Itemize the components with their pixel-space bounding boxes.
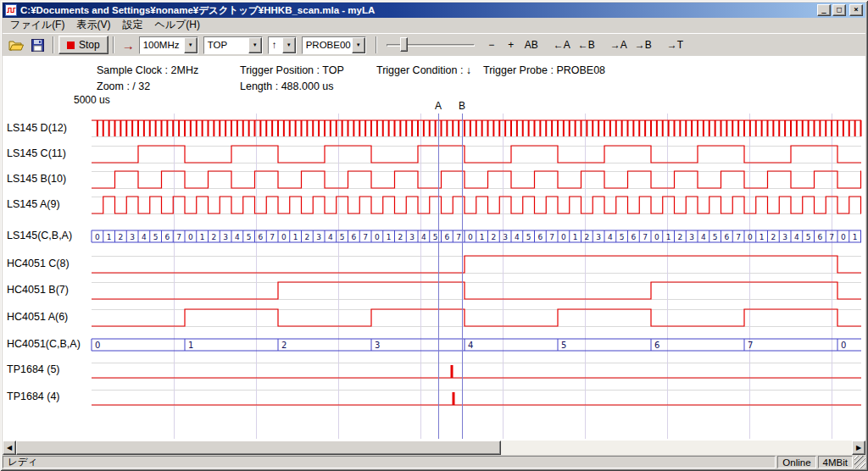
channel-label: HC4051 B(7)	[7, 284, 69, 296]
app-icon	[5, 4, 17, 16]
channel-label: LS145 A(9)	[7, 198, 60, 210]
menu-file[interactable]: ファイル(F)	[4, 16, 70, 35]
save-floppy-icon	[31, 39, 44, 52]
channel-label: LS145 B(10)	[7, 173, 66, 185]
zoom-info: Zoom : / 32	[97, 80, 150, 92]
channel-label: LS145 C(11)	[7, 147, 66, 159]
length-info: Length : 488.000 us	[240, 80, 334, 92]
marker-a-label: A	[431, 100, 445, 112]
trigger-condition-info: Trigger Condition : ↓	[376, 64, 471, 76]
trigger-position-select[interactable]: TOP ▼	[203, 36, 263, 54]
toolbar-separator	[376, 36, 377, 53]
trigger-probe-info: Trigger Probe : PROBE08	[483, 64, 605, 76]
save-file-button[interactable]	[28, 36, 47, 54]
resize-grip[interactable]	[854, 456, 865, 468]
menu-settings[interactable]: 設定	[116, 16, 148, 35]
goto-trigger-button[interactable]: →T	[664, 36, 687, 54]
marker-b-label: B	[455, 100, 469, 112]
set-marker-a-button[interactable]: →A	[607, 36, 631, 54]
sample-clock-info: Sample Clock : 2MHz	[97, 64, 198, 76]
stop-square-icon	[67, 42, 75, 49]
set-marker-b-button[interactable]: →B	[632, 36, 655, 54]
scroll-right-icon[interactable]: ▶	[852, 441, 865, 455]
stop-button[interactable]: Stop	[58, 36, 108, 54]
channel-label: LS145(C,B,A)	[7, 230, 72, 241]
run-button[interactable]: →	[119, 36, 138, 54]
scrollbar-track[interactable]	[16, 441, 852, 455]
close-button[interactable]: ×	[849, 4, 863, 16]
stop-label: Stop	[79, 39, 100, 51]
status-online: Online	[777, 456, 815, 468]
statusbar: レディ Online 4MBit	[3, 455, 865, 468]
chevron-down-icon[interactable]: ▼	[282, 37, 296, 53]
toolbar-separator	[113, 36, 114, 53]
goto-marker-b-button[interactable]: ←B	[575, 36, 598, 54]
slider-thumb[interactable]	[400, 37, 408, 52]
open-file-button[interactable]	[5, 36, 27, 54]
goto-marker-a-button[interactable]: ←A	[550, 36, 574, 54]
zoom-out-button[interactable]: −	[482, 36, 501, 54]
status-ready: レディ	[3, 456, 776, 468]
toolbar-separator	[53, 36, 54, 53]
sample-clock-value: 100MHz	[140, 37, 184, 53]
horizontal-scrollbar[interactable]: ◀ ▶	[3, 441, 865, 455]
chevron-down-icon[interactable]: ▼	[184, 37, 198, 53]
scrollbar-thumb[interactable]	[16, 441, 501, 455]
chevron-down-icon[interactable]: ▼	[352, 37, 365, 53]
channel-label: LS145 D(12)	[7, 122, 67, 134]
sample-clock-select[interactable]: 100MHz ▼	[139, 36, 198, 54]
channel-label: TP1684 (4)	[7, 391, 60, 402]
channel-label: TP1684 (5)	[7, 363, 60, 375]
channel-label: HC4051(C,B,A)	[7, 338, 81, 350]
channel-label: HC4051 C(8)	[7, 258, 70, 269]
app-window: 0123456701234567012345670123456701234567…	[0, 0, 868, 471]
status-memory: 4MBit	[818, 456, 853, 468]
maximize-button[interactable]: □	[832, 4, 846, 16]
trigger-probe-select[interactable]: PROBE00 ▼	[302, 36, 366, 54]
zoom-slider[interactable]	[383, 35, 478, 55]
minimize-button[interactable]: _	[817, 4, 831, 16]
open-folder-icon	[8, 39, 24, 52]
trigger-position-info: Trigger Position : TOP	[240, 64, 344, 76]
menu-help[interactable]: ヘルプ(H)	[148, 16, 206, 35]
zoom-in-button[interactable]: +	[502, 36, 520, 54]
toolbar: Stop → 100MHz ▼ TOP ▼ ↑ ▼ PROBE00 ▼ − + …	[3, 33, 865, 56]
trigger-position-value: TOP	[204, 37, 248, 53]
channel-label: HC4051 A(6)	[7, 311, 68, 323]
trigger-probe-value: PROBE00	[303, 37, 352, 53]
chevron-down-icon[interactable]: ▼	[248, 37, 262, 53]
timebase-label: 5000 us	[74, 94, 110, 106]
scroll-left-icon[interactable]: ◀	[3, 441, 16, 455]
menu-view[interactable]: 表示(V)	[70, 16, 116, 35]
menubar: ファイル(F) 表示(V) 設定 ヘルプ(H)	[3, 18, 865, 33]
waveform-area[interactable]	[3, 56, 865, 441]
trigger-edge-value: ↑	[269, 37, 282, 53]
trigger-edge-select[interactable]: ↑ ▼	[268, 36, 297, 54]
window-title: C:¥Documents and Settings¥noname¥デスクトップ¥…	[20, 4, 815, 17]
ab-markers-button[interactable]: AB	[521, 36, 542, 54]
